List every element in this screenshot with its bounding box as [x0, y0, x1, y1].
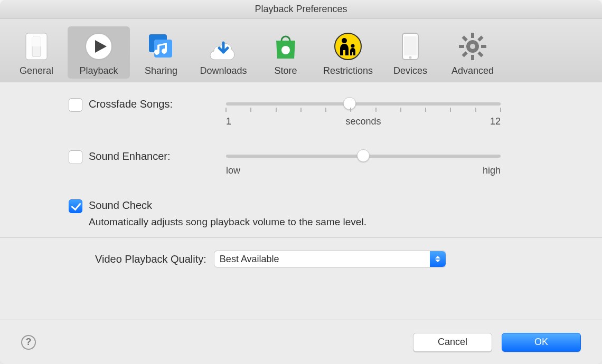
- tab-label: Advanced: [452, 65, 494, 76]
- tab-restrictions[interactable]: Restrictions: [317, 26, 379, 79]
- enhancer-max-label: high: [483, 165, 501, 176]
- enhancer-checkbox[interactable]: [69, 150, 82, 164]
- tab-playback[interactable]: Playback: [68, 26, 130, 79]
- enhancer-label: Sound Enhancer:: [89, 150, 226, 162]
- music-share-icon: [145, 31, 177, 62]
- switch-icon: [21, 31, 52, 62]
- enhancer-min-label: low: [226, 165, 240, 176]
- parental-icon: [332, 31, 364, 62]
- crossfade-checkbox[interactable]: [69, 98, 82, 112]
- toolbar: General Playback Sharing Downloads Store: [0, 19, 602, 82]
- sound-check-checkbox[interactable]: [69, 199, 82, 213]
- tab-label: Sharing: [145, 65, 177, 76]
- svg-rect-18: [481, 45, 486, 48]
- svg-rect-17: [459, 45, 464, 48]
- svg-rect-22: [477, 51, 483, 57]
- tab-advanced[interactable]: Advanced: [441, 26, 504, 79]
- cancel-button[interactable]: Cancel: [413, 333, 492, 352]
- tab-label: Store: [274, 65, 297, 76]
- titlebar: Playback Preferences: [0, 0, 602, 19]
- svg-rect-16: [471, 55, 474, 60]
- tab-label: Downloads: [200, 65, 247, 76]
- ok-button[interactable]: OK: [502, 333, 581, 352]
- shopping-bag-icon: [270, 31, 302, 62]
- video-quality-label: Video Playback Quality:: [95, 253, 206, 265]
- chevron-updown-icon: [430, 251, 446, 267]
- crossfade-ticks: [226, 108, 501, 114]
- sound-check-description: Automatically adjusts song playback volu…: [89, 216, 570, 228]
- svg-rect-20: [462, 51, 467, 57]
- svg-rect-21: [462, 35, 467, 41]
- preferences-window: Playback Preferences General Playback Sh…: [0, 0, 602, 364]
- svg-rect-12: [404, 36, 417, 55]
- phone-icon: [394, 31, 426, 62]
- video-quality-value: Best Available: [220, 254, 279, 265]
- svg-point-13: [409, 56, 412, 59]
- enhancer-slider[interactable]: low high: [226, 150, 501, 176]
- video-quality-select[interactable]: Best Available: [214, 251, 446, 267]
- svg-rect-6: [154, 40, 172, 58]
- tab-label: Restrictions: [323, 65, 373, 76]
- tab-label: General: [20, 65, 53, 76]
- tab-downloads[interactable]: Downloads: [192, 26, 255, 79]
- svg-point-10: [351, 44, 355, 48]
- sound-check-label: Sound Check: [89, 199, 152, 212]
- cloud-download-icon: [208, 31, 239, 62]
- crossfade-label: Crossfade Songs:: [89, 98, 226, 110]
- window-title: Playback Preferences: [255, 4, 347, 15]
- content-area: Crossfade Songs: 1 seconds 12 Sound Enha…: [0, 82, 602, 320]
- tab-sharing[interactable]: Sharing: [130, 26, 192, 79]
- help-button[interactable]: ?: [21, 335, 36, 350]
- crossfade-min-label: 1: [226, 116, 231, 127]
- crossfade-max-label: 12: [490, 116, 501, 127]
- tab-label: Playback: [79, 65, 118, 76]
- tab-label: Devices: [393, 65, 427, 76]
- divider: [0, 237, 602, 238]
- tab-general[interactable]: General: [5, 26, 68, 79]
- tab-devices[interactable]: Devices: [379, 26, 441, 79]
- svg-point-23: [470, 44, 475, 49]
- svg-point-7: [281, 46, 290, 54]
- svg-point-9: [342, 38, 347, 43]
- crossfade-unit-label: seconds: [345, 116, 381, 127]
- crossfade-slider[interactable]: 1 seconds 12: [226, 98, 501, 127]
- footer: ? Cancel OK: [0, 320, 602, 364]
- play-icon: [83, 31, 115, 62]
- svg-rect-19: [477, 35, 483, 41]
- svg-rect-15: [471, 33, 474, 38]
- gear-icon: [457, 31, 488, 62]
- tab-store[interactable]: Store: [255, 26, 317, 79]
- svg-rect-2: [32, 36, 41, 46]
